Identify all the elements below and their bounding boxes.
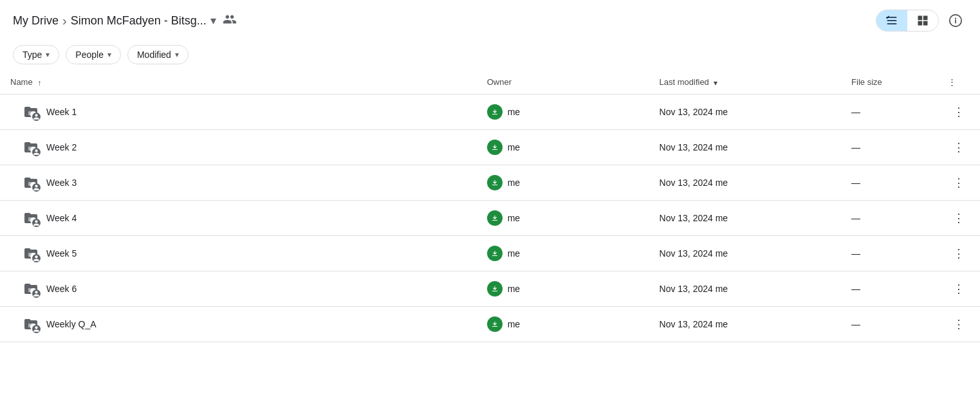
table-header-row: Name ↑ Owner Last modified ▾ File size ⋮	[0, 71, 980, 94]
row-more-button[interactable]: ⋮	[948, 102, 970, 122]
owner-cell: me	[487, 104, 639, 120]
grid-view-button[interactable]	[907, 10, 938, 31]
owner-cell: me	[487, 175, 639, 190]
folder-title-group: Simon McFadyen - Bitsg... ▾	[71, 14, 216, 28]
folder-icon-wrap	[23, 316, 39, 332]
file-name-cell: Week 3	[10, 175, 467, 190]
modified-cell: Nov 13, 2024 me	[649, 235, 842, 271]
modified-cell: Nov 13, 2024 me	[649, 306, 842, 342]
owner-avatar	[487, 104, 503, 120]
owner-avatar	[487, 316, 503, 332]
table-row[interactable]: Week 4 me Nov 13, 2024 me — ⋮	[0, 200, 980, 235]
file-name-cell: Week 4	[10, 210, 467, 226]
modified-cell: Nov 13, 2024 me	[649, 271, 842, 306]
col-name-header[interactable]: Name ↑	[0, 71, 477, 94]
type-filter-button[interactable]: Type ▾	[13, 45, 59, 64]
owner-name: me	[508, 213, 520, 223]
owner-name: me	[508, 284, 520, 294]
file-name: Week 1	[46, 107, 77, 117]
file-name: Week 4	[46, 213, 77, 223]
folder-icon-wrap	[23, 246, 39, 261]
owner-name: me	[508, 319, 520, 329]
file-table: Name ↑ Owner Last modified ▾ File size ⋮	[0, 71, 980, 342]
table-row[interactable]: Week 5 me Nov 13, 2024 me — ⋮	[0, 235, 980, 271]
breadcrumb: My Drive › Simon McFadyen - Bitsg... ▾	[13, 12, 237, 30]
col-owner-header: Owner	[477, 71, 649, 94]
modified-sort-icon: ▾	[714, 78, 717, 87]
col-size-header: File size	[841, 71, 938, 94]
col-menu-header[interactable]: ⋮	[938, 71, 980, 94]
owner-avatar	[487, 210, 503, 226]
view-toggle	[876, 10, 939, 32]
my-drive-link[interactable]: My Drive	[13, 14, 59, 28]
owner-cell: me	[487, 281, 639, 297]
file-size-cell: —	[841, 271, 938, 306]
modified-filter-label: Modified	[137, 50, 171, 60]
owner-cell: me	[487, 316, 639, 332]
owner-cell: me	[487, 210, 639, 226]
modified-cell: Nov 13, 2024 me	[649, 200, 842, 235]
file-name: Week 5	[46, 248, 77, 259]
table-row[interactable]: Week 1 me Nov 13, 2024 me — ⋮	[0, 94, 980, 129]
type-filter-chevron: ▾	[46, 50, 50, 59]
shared-people-icon[interactable]	[223, 12, 237, 30]
file-name-cell: Week 1	[10, 104, 467, 120]
owner-name: me	[508, 178, 520, 188]
file-name: Week 3	[46, 178, 77, 188]
owner-name: me	[508, 142, 520, 152]
folder-shared-icon	[32, 183, 41, 192]
row-more-button[interactable]: ⋮	[948, 138, 970, 157]
type-filter-label: Type	[23, 50, 42, 60]
modified-filter-chevron: ▾	[175, 50, 179, 59]
folder-shared-icon	[32, 113, 41, 121]
people-filter-chevron: ▾	[107, 50, 111, 59]
owner-avatar	[487, 281, 503, 297]
folder-shared-icon	[32, 148, 41, 156]
table-row[interactable]: Week 3 me Nov 13, 2024 me — ⋮	[0, 165, 980, 200]
header: My Drive › Simon McFadyen - Bitsg... ▾	[0, 0, 980, 39]
file-size-cell: —	[841, 165, 938, 200]
people-filter-label: People	[75, 50, 104, 60]
folder-dropdown-icon[interactable]: ▾	[210, 14, 216, 28]
file-name-cell: Week 2	[10, 140, 467, 155]
col-modified-header[interactable]: Last modified ▾	[649, 71, 842, 94]
file-name: Week 6	[46, 284, 77, 294]
folder-shared-icon	[32, 289, 41, 298]
folder-icon-wrap	[23, 104, 39, 120]
owner-cell: me	[487, 246, 639, 261]
file-size-cell: —	[841, 94, 938, 129]
folder-shared-icon	[32, 254, 41, 262]
modified-cell: Nov 13, 2024 me	[649, 129, 842, 165]
owner-cell: me	[487, 140, 639, 155]
table-row[interactable]: Weekly Q_A me Nov 13, 2024 me — ⋮	[0, 306, 980, 342]
filter-bar: Type ▾ People ▾ Modified ▾	[0, 39, 980, 71]
table-row[interactable]: Week 6 me Nov 13, 2024 me — ⋮	[0, 271, 980, 306]
folder-title-text: Simon McFadyen - Bitsg...	[71, 14, 207, 28]
table-row[interactable]: Week 2 me Nov 13, 2024 me — ⋮	[0, 129, 980, 165]
file-name-cell: Week 6	[10, 281, 467, 297]
folder-icon-wrap	[23, 140, 39, 155]
row-more-button[interactable]: ⋮	[948, 315, 970, 334]
file-size-cell: —	[841, 200, 938, 235]
info-button[interactable]	[944, 9, 967, 32]
file-size-cell: —	[841, 306, 938, 342]
owner-name: me	[508, 248, 520, 259]
modified-filter-button[interactable]: Modified ▾	[127, 45, 189, 64]
folder-icon-wrap	[23, 210, 39, 226]
header-actions	[876, 9, 967, 32]
file-name: Week 2	[46, 142, 77, 152]
row-more-button[interactable]: ⋮	[948, 208, 970, 228]
file-size-cell: —	[841, 235, 938, 271]
people-filter-button[interactable]: People ▾	[66, 45, 121, 64]
row-more-button[interactable]: ⋮	[948, 173, 970, 192]
folder-icon-wrap	[23, 175, 39, 190]
row-more-button[interactable]: ⋮	[948, 244, 970, 263]
file-name-cell: Weekly Q_A	[10, 316, 467, 332]
folder-shared-icon	[32, 219, 41, 227]
owner-avatar	[487, 175, 503, 190]
row-more-button[interactable]: ⋮	[948, 279, 970, 298]
file-name-cell: Week 5	[10, 246, 467, 261]
modified-cell: Nov 13, 2024 me	[649, 165, 842, 200]
owner-avatar	[487, 140, 503, 155]
list-view-button[interactable]	[876, 10, 907, 31]
